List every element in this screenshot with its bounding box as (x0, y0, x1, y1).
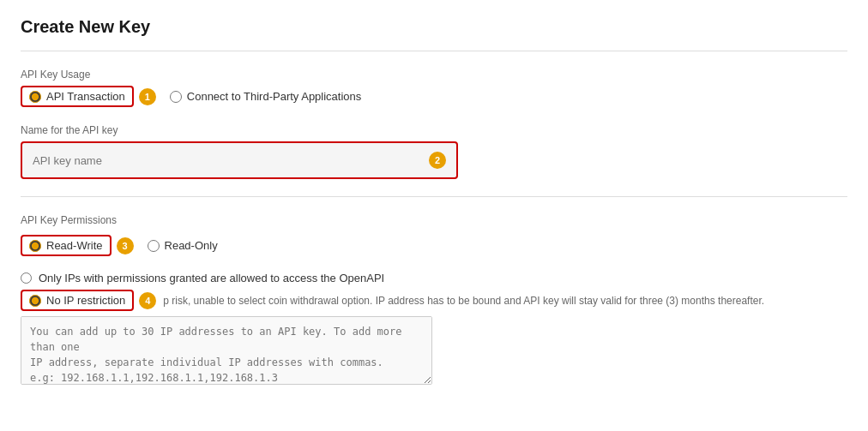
read-write-highlighted[interactable]: Read-Write (21, 235, 112, 256)
ip-warning-text: p risk, unable to select coin withdrawal… (163, 295, 764, 307)
third-party-label: Connect to Third-Party Applications (187, 90, 362, 103)
read-only-radio[interactable] (148, 240, 160, 252)
read-write-radio[interactable] (29, 240, 41, 252)
api-key-usage-section: API Key Usage API Transaction 1 Connect … (21, 69, 847, 107)
only-ip-row: Only IPs with permissions granted are al… (21, 272, 847, 284)
api-key-name-label: Name for the API key (21, 124, 847, 136)
read-write-option[interactable]: Read-Write 3 (21, 235, 134, 256)
permissions-badge: 3 (117, 237, 134, 254)
no-ip-highlighted[interactable]: No IP restriction (21, 290, 134, 311)
no-ip-label: No IP restriction (46, 294, 125, 307)
divider (21, 51, 847, 51)
read-only-option[interactable]: Read-Only (148, 239, 218, 252)
api-key-permissions-label: API Key Permissions (21, 214, 847, 226)
api-usage-badge: 1 (139, 88, 156, 105)
api-key-usage-group: API Transaction 1 Connect to Third-Party… (21, 86, 847, 107)
api-transaction-highlighted[interactable]: API Transaction (21, 86, 134, 107)
no-ip-radio[interactable] (29, 295, 41, 307)
api-key-usage-label: API Key Usage (21, 69, 847, 81)
only-ip-label: Only IPs with permissions granted are al… (39, 272, 384, 284)
no-ip-option[interactable]: No IP restriction 4 (21, 290, 156, 311)
no-ip-badge: 4 (139, 292, 156, 309)
api-transaction-radio[interactable] (29, 91, 41, 103)
read-only-label: Read-Only (165, 239, 218, 252)
no-ip-restriction-row: No IP restriction 4 p risk, unable to se… (21, 290, 847, 311)
api-key-permissions-group: Read-Write 3 Read-Only (21, 235, 847, 256)
page-title: Create New Key (21, 17, 847, 37)
api-transaction-label: API Transaction (46, 90, 125, 103)
api-transaction-option[interactable]: API Transaction 1 (21, 86, 156, 107)
only-ip-radio[interactable] (21, 272, 32, 284)
ip-address-textarea[interactable] (21, 316, 432, 385)
divider-2 (21, 196, 847, 197)
third-party-option[interactable]: Connect to Third-Party Applications (170, 90, 362, 103)
read-write-label: Read-Write (46, 239, 103, 252)
ip-textarea-wrapper (21, 316, 847, 387)
third-party-radio[interactable] (170, 91, 182, 103)
api-key-name-badge: 2 (429, 152, 446, 169)
api-key-input-wrapper: 2 (21, 141, 458, 179)
api-key-name-input[interactable] (33, 154, 420, 167)
api-key-permissions-section: API Key Permissions Read-Write 3 Read-On… (21, 214, 847, 256)
api-key-name-section: Name for the API key 2 (21, 124, 847, 179)
